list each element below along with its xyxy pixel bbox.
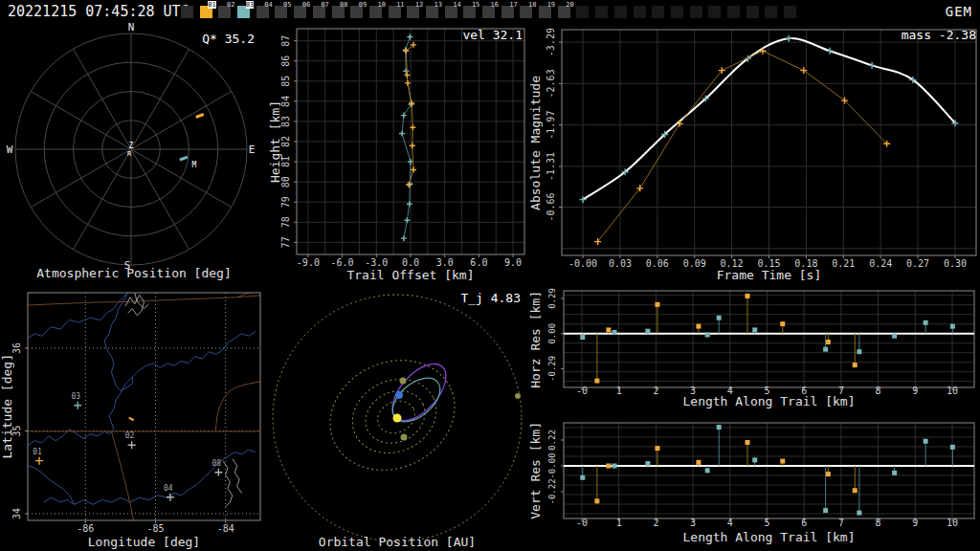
svg-text:-84: -84 <box>217 523 234 534</box>
svg-text:-3.29: -3.29 <box>546 28 556 56</box>
svg-text:-85: -85 <box>146 523 164 534</box>
ground-map-chart: 0102030408-86-85-84343536 <box>0 283 268 551</box>
svg-text:-2.63: -2.63 <box>546 69 556 98</box>
svg-text:-6.0: -6.0 <box>331 257 354 268</box>
svg-text:04: 04 <box>164 484 173 493</box>
svg-text:8: 8 <box>876 386 881 396</box>
frame-tab-06[interactable]: 06 <box>294 6 306 18</box>
frame-tab-03[interactable]: 03 <box>237 6 250 18</box>
frame-tab[interactable] <box>708 6 721 18</box>
svg-text:0.0: 0.0 <box>402 257 419 268</box>
frame-tab-11[interactable]: 11 <box>389 6 401 18</box>
frame-tab-number: 10 <box>377 1 385 9</box>
frame-tab[interactable] <box>671 6 683 18</box>
frame-tab-number: 13 <box>434 1 442 9</box>
svg-text:8: 8 <box>876 518 881 528</box>
timestamp: 20221215 07:45:28 UTC <box>8 3 189 20</box>
frame-tab[interactable] <box>784 6 796 18</box>
svg-text:5: 5 <box>764 518 769 528</box>
frame-tab-number: 20 <box>566 1 573 9</box>
frame-tab-16[interactable]: 16 <box>482 6 495 18</box>
frame-tab-number: 04 <box>264 1 272 9</box>
frame-tab[interactable] <box>765 6 777 18</box>
svg-text:7: 7 <box>838 386 844 396</box>
svg-text:S: S <box>124 259 131 272</box>
svg-text:3: 3 <box>690 518 696 528</box>
frame-tab-20[interactable]: 20 <box>558 6 570 18</box>
svg-text:10: 10 <box>947 518 958 528</box>
svg-text:0.24: 0.24 <box>869 258 892 269</box>
frame-tab[interactable] <box>746 6 759 18</box>
svg-text:6: 6 <box>801 518 807 528</box>
svg-text:03: 03 <box>71 392 80 401</box>
svg-text:-1.31: -1.31 <box>546 152 556 181</box>
residuals-panel: -0123456789100.290.00-0.29-0123456789100… <box>526 283 980 551</box>
light-curve-chart: -0.000.030.060.090.120.150.180.210.240.2… <box>526 23 980 283</box>
svg-text:3.0: 3.0 <box>436 257 454 268</box>
frame-tab-19[interactable]: 19 <box>539 6 551 18</box>
svg-text:0.22: 0.22 <box>547 430 557 451</box>
frame-tab-10[interactable]: 10 <box>369 6 382 18</box>
svg-text:4: 4 <box>727 386 733 396</box>
svg-text:1: 1 <box>616 386 622 396</box>
svg-text:0.12: 0.12 <box>721 258 744 269</box>
frame-tab-18[interactable]: 18 <box>520 6 532 18</box>
svg-text:9: 9 <box>912 386 918 396</box>
svg-text:82: 82 <box>280 136 291 147</box>
svg-text:0.15: 0.15 <box>757 258 780 269</box>
frame-tab-number: 08 <box>340 1 347 9</box>
frame-tab[interactable] <box>690 6 702 18</box>
orbital-position-chart <box>268 283 526 551</box>
svg-text:-1.97: -1.97 <box>546 111 556 140</box>
frame-tab[interactable] <box>576 6 589 18</box>
light-curve-panel: -0.000.030.060.090.120.150.180.210.240.2… <box>526 23 980 283</box>
frame-tab-02[interactable]: 02 <box>218 6 231 18</box>
frame-tab-07[interactable]: 07 <box>313 6 325 18</box>
svg-text:1: 1 <box>616 518 622 528</box>
frame-tab-number: 03 <box>246 1 254 9</box>
frame-tab-15[interactable]: 15 <box>463 6 476 18</box>
shower-code: GEM <box>946 4 972 19</box>
frame-tab[interactable] <box>634 6 646 18</box>
svg-text:-0: -0 <box>576 518 588 528</box>
frame-tab-number: 02 <box>227 1 234 9</box>
svg-text:M: M <box>191 161 196 169</box>
frame-tab-number: 19 <box>547 1 555 9</box>
svg-text:2: 2 <box>653 518 658 528</box>
frame-tab-number: 11 <box>396 1 404 9</box>
frame-tab-number: 05 <box>283 1 291 9</box>
frame-tab-13[interactable]: 13 <box>426 6 438 18</box>
svg-text:2: 2 <box>653 386 658 396</box>
frame-tab-01[interactable]: 01 <box>200 6 212 18</box>
frame-tab[interactable] <box>727 6 740 18</box>
frame-tab-number: 07 <box>321 1 328 9</box>
svg-text:85: 85 <box>280 76 291 87</box>
frame-tab[interactable] <box>181 6 193 18</box>
svg-text:5: 5 <box>764 386 769 396</box>
frame-tab-number: 18 <box>528 1 536 9</box>
frame-tab[interactable] <box>595 6 608 18</box>
svg-text:9.0: 9.0 <box>504 257 522 268</box>
svg-text:87: 87 <box>280 35 291 47</box>
svg-text:78: 78 <box>280 216 291 228</box>
svg-text:0.09: 0.09 <box>683 258 706 269</box>
svg-text:10: 10 <box>947 386 958 396</box>
meteor-analysis-screen: 20221215 07:45:28 UTC 010203040506070809… <box>0 0 980 551</box>
svg-text:83: 83 <box>280 116 291 127</box>
svg-text:0.03: 0.03 <box>609 258 632 269</box>
frame-tab-17[interactable]: 17 <box>501 6 514 18</box>
frame-tab[interactable] <box>614 6 627 18</box>
frame-tab-05[interactable]: 05 <box>275 6 287 18</box>
frame-tab-14[interactable]: 14 <box>445 6 457 18</box>
svg-text:-9.0: -9.0 <box>297 257 320 268</box>
frame-tab-09[interactable]: 09 <box>350 6 363 18</box>
trail-offset-panel: -9.0-6.0-3.00.03.06.09.07778798081828384… <box>268 23 526 283</box>
svg-text:7: 7 <box>838 518 844 528</box>
orbital-position-panel: T_j 4.83 Orbital Position [AU] <box>268 283 526 551</box>
frame-tab-12[interactable]: 12 <box>407 6 419 18</box>
frame-tab-04[interactable]: 04 <box>256 6 269 18</box>
svg-text:-0.22: -0.22 <box>547 478 557 504</box>
frame-tab-08[interactable]: 08 <box>332 6 345 18</box>
frame-tab[interactable] <box>652 6 664 18</box>
svg-text:84: 84 <box>280 96 291 107</box>
